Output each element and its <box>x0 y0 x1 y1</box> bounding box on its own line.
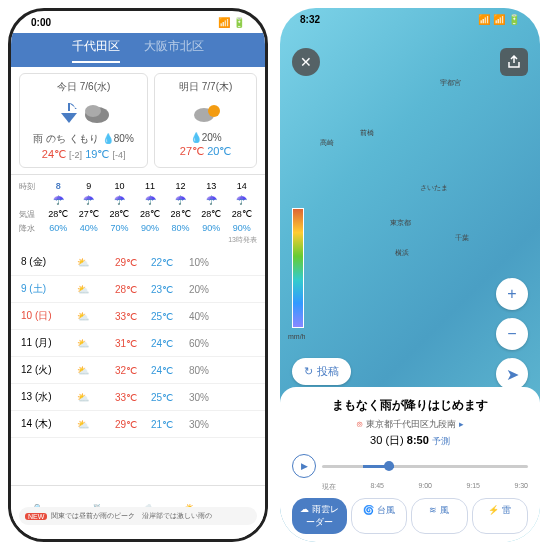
news-ticker[interactable]: NEW関東では昼前が雨のピーク 沿岸部では激しい雨の <box>19 507 257 525</box>
daily-row[interactable]: 13 (水)⛅33℃25℃30% <box>11 384 265 411</box>
day-high: 33℃ <box>101 311 137 322</box>
day-label: 14 (木) <box>21 417 65 431</box>
daily-row[interactable]: 11 (月)⛅31℃24℃60% <box>11 330 265 357</box>
layer-thunder[interactable]: ⚡ 雷 <box>472 498 529 534</box>
time-slider[interactable] <box>322 465 528 468</box>
location-tabs: 千代田区 大阪市北区 <box>72 38 204 63</box>
day-pop: 60% <box>173 338 209 349</box>
publish-time: 13時発表 <box>19 235 257 245</box>
layer-buttons: ☁ 雨雲レーダー 🌀 台風 ≋ 風 ⚡ 雷 <box>292 498 528 534</box>
day-low: 24℃ <box>137 365 173 376</box>
day-label: 12 (火) <box>21 363 65 377</box>
day-low: 25℃ <box>137 392 173 403</box>
today-temps: 24℃ [-2] 19℃ [-4] <box>26 148 141 161</box>
minus-icon: − <box>507 325 516 343</box>
hourly-forecast[interactable]: 時刻891011121314 ☂️☂️☂️☂️☂️☂️☂️ 気温28℃27℃28… <box>11 174 265 249</box>
day-weather-icon: ⛅ <box>65 392 101 403</box>
today-card[interactable]: 今日 7/6(水) 雨 のち くもり 💧80% 24℃ [-2] 19℃ [-4… <box>19 73 148 168</box>
layer-rain-radar[interactable]: ☁ 雨雲レーダー <box>292 498 347 534</box>
day-high: 28℃ <box>101 284 137 295</box>
day-pop: 80% <box>173 365 209 376</box>
status-icons: 📶 🔋 <box>218 17 245 28</box>
day-pop: 30% <box>173 419 209 430</box>
status-bar: 0:00 📶 🔋 <box>11 11 265 33</box>
radar-screen: 8:32 📶 📶 🔋 宇都宮 高崎 前橋 さいたま 東京都 横浜 千葉 ✕ mm… <box>280 8 540 542</box>
day-high: 32℃ <box>101 365 137 376</box>
play-button[interactable]: ▶ <box>292 454 316 478</box>
day-weather-icon: ⛅ <box>65 311 101 322</box>
daily-row[interactable]: 8 (金)⛅29℃22℃10% <box>11 249 265 276</box>
header: 千代田区 大阪市北区 <box>11 33 265 67</box>
day-label: 10 (日) <box>21 309 65 323</box>
forecast-message: まもなく雨が降りはじめます <box>292 397 528 414</box>
tab-chiyoda[interactable]: 千代田区 <box>72 38 120 63</box>
playback-row: ▶ <box>292 454 528 478</box>
day-weather-icon: ⛅ <box>65 257 101 268</box>
day-high: 31℃ <box>101 338 137 349</box>
intensity-legend <box>292 208 304 328</box>
day-pop: 10% <box>173 257 209 268</box>
tomorrow-pop: 💧20% <box>161 132 250 143</box>
tab-osaka[interactable]: 大阪市北区 <box>144 38 204 63</box>
tomorrow-card[interactable]: 明日 7/7(木) 💧20% 27℃ 20℃ <box>154 73 257 168</box>
today-condition: 雨 のち くもり 💧80% <box>26 132 141 146</box>
zoom-controls: + − ➤ <box>496 278 528 390</box>
locate-button[interactable]: ➤ <box>496 358 528 390</box>
close-button[interactable]: ✕ <box>292 48 320 76</box>
day-low: 25℃ <box>137 311 173 322</box>
day-pop: 40% <box>173 311 209 322</box>
zoom-out-button[interactable]: − <box>496 318 528 350</box>
plus-icon: + <box>507 285 516 303</box>
day-weather-icon: ⛅ <box>65 419 101 430</box>
share-icon <box>507 55 521 69</box>
refresh-icon: ↻ <box>304 365 313 378</box>
location-arrow-icon: ➤ <box>506 365 519 384</box>
day-weather-icon: ⛅ <box>65 365 101 376</box>
svg-point-2 <box>85 105 101 117</box>
day-high: 33℃ <box>101 392 137 403</box>
daily-forecast[interactable]: 8 (金)⛅29℃22℃10%9 (土)⛅28℃23℃20%10 (日)⛅33℃… <box>11 249 265 438</box>
layer-typhoon[interactable]: 🌀 台風 <box>351 498 408 534</box>
svg-point-4 <box>208 105 220 117</box>
slider-times: 現在8:459:009:159:30 <box>292 482 528 492</box>
daily-row[interactable]: 12 (火)⛅32℃24℃80% <box>11 357 265 384</box>
today-date: 今日 7/6(水) <box>26 80 141 94</box>
today-tomorrow-cards: 今日 7/6(水) 雨 のち くもり 💧80% 24℃ [-2] 19℃ [-4… <box>11 67 265 174</box>
zoom-in-button[interactable]: + <box>496 278 528 310</box>
svg-rect-0 <box>68 103 70 111</box>
today-weather-icon <box>26 98 141 128</box>
tomorrow-date: 明日 7/7(木) <box>161 80 250 94</box>
play-icon: ▶ <box>301 461 308 471</box>
day-pop: 30% <box>173 392 209 403</box>
legend-unit: mm/h <box>288 333 306 340</box>
day-label: 13 (水) <box>21 390 65 404</box>
day-weather-icon: ⛅ <box>65 284 101 295</box>
daily-row[interactable]: 9 (土)⛅28℃23℃20% <box>11 276 265 303</box>
day-label: 8 (金) <box>21 255 65 269</box>
day-weather-icon: ⛅ <box>65 338 101 349</box>
radar-panel: まもなく雨が降りはじめます ⊙ 東京都千代田区九段南 ▸ 30 (日) 8:50… <box>280 387 540 542</box>
tomorrow-temps: 27℃ 20℃ <box>161 145 250 158</box>
day-low: 21℃ <box>137 419 173 430</box>
daily-row[interactable]: 14 (木)⛅29℃21℃30% <box>11 411 265 438</box>
layer-wind[interactable]: ≋ 風 <box>411 498 468 534</box>
daily-row[interactable]: 10 (日)⛅33℃25℃40% <box>11 303 265 330</box>
day-low: 22℃ <box>137 257 173 268</box>
day-low: 24℃ <box>137 338 173 349</box>
location-label[interactable]: ⊙ 東京都千代田区九段南 ▸ <box>292 418 528 431</box>
day-label: 11 (月) <box>21 336 65 350</box>
weather-app-screen: 0:00 📶 🔋 千代田区 大阪市北区 今日 7/6(水) 雨 のち くもり 💧… <box>8 8 268 542</box>
day-label: 9 (土) <box>21 282 65 296</box>
day-high: 29℃ <box>101 257 137 268</box>
tomorrow-weather-icon <box>161 98 250 128</box>
radar-time: 30 (日) 8:50 予測 <box>292 433 528 448</box>
close-icon: ✕ <box>300 54 312 70</box>
day-high: 29℃ <box>101 419 137 430</box>
day-low: 23℃ <box>137 284 173 295</box>
share-button[interactable] <box>500 48 528 76</box>
day-pop: 20% <box>173 284 209 295</box>
post-button[interactable]: ↻投稿 <box>292 358 351 385</box>
status-time: 0:00 <box>31 17 51 28</box>
